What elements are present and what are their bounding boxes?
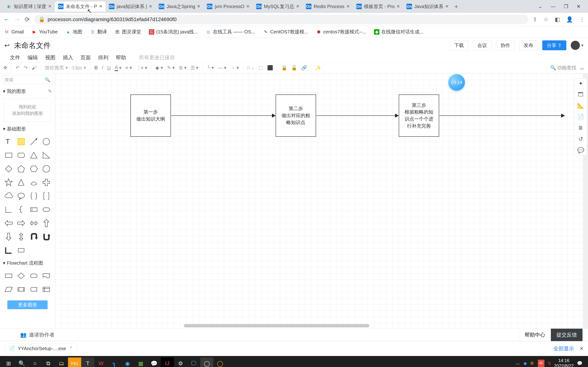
fc-document[interactable] — [41, 270, 51, 281]
underline-icon[interactable]: U — [107, 65, 111, 71]
to-back-icon[interactable]: ⬛ — [267, 65, 273, 71]
menu-edit[interactable]: 编辑 — [27, 54, 38, 61]
excel-icon[interactable]: ▦ — [134, 358, 147, 367]
node-step3[interactable]: 第三步 根据粗略的知 识点一个个进 行补充完善 — [399, 94, 439, 137]
horizontal-scrollbar-thumb[interactable] — [184, 324, 369, 327]
unlock-icon[interactable]: 🔓 — [291, 65, 297, 71]
window-minimize-icon[interactable]: ― — [551, 4, 555, 9]
sogou-icon[interactable]: S — [548, 361, 551, 366]
section-basic-shapes[interactable]: ▾基础图形 — [0, 124, 55, 134]
shape-text[interactable]: T — [4, 136, 14, 147]
align-objects-icon[interactable]: ⎍ ▾ — [247, 65, 254, 71]
close-download-shelf-icon[interactable]: ✕ — [579, 346, 584, 351]
shape-arrow-updown[interactable] — [16, 231, 26, 242]
show-all-downloads[interactable]: 全部显示 — [553, 345, 574, 352]
fc-terminator[interactable] — [29, 270, 39, 281]
bookmark-tuling[interactable]: 图图灵课堂 — [115, 29, 141, 35]
font-select[interactable]: 微软雅黑 ▾ — [45, 65, 68, 71]
undo-icon[interactable]: ↶ — [16, 65, 20, 71]
shape-uturn-down[interactable] — [41, 231, 51, 242]
shape-container[interactable] — [29, 204, 39, 215]
shape-diamond[interactable] — [4, 163, 14, 174]
fc-predefined[interactable] — [16, 284, 26, 295]
tab-close-icon[interactable]: ✕ — [397, 4, 400, 9]
shape-frame[interactable] — [16, 245, 26, 256]
bookmark-star-icon[interactable]: ☆ — [544, 16, 548, 23]
connector-type-icon[interactable]: └ ▾ — [207, 65, 214, 71]
app-hu-icon[interactable]: Hu — [68, 358, 81, 367]
download-menu-icon[interactable]: ⌃ — [69, 346, 73, 351]
task-view-icon[interactable]: ⧉ — [42, 358, 55, 367]
font-color-icon[interactable]: A ▾ — [115, 65, 121, 71]
shape-pentagon[interactable] — [16, 163, 26, 174]
todesk-icon[interactable]: ┓ — [108, 358, 121, 367]
menu-help[interactable]: 帮助 — [116, 54, 126, 61]
shape-uturn-up[interactable] — [29, 231, 39, 242]
metrics-panel-icon[interactable]: 📐 — [577, 102, 584, 109]
shape-rect[interactable] — [4, 150, 14, 161]
fc-stored[interactable] — [29, 284, 39, 295]
qq-browser-icon[interactable]: ◉ — [121, 358, 134, 367]
share-page-icon[interactable]: ⇪ — [533, 16, 537, 23]
taskbar-clock[interactable]: 14:16 2022/8/22 — [554, 358, 574, 367]
connector-line-icon[interactable]: — ▾ — [218, 65, 226, 71]
shape-arrow-up[interactable] — [41, 218, 51, 229]
tab-close-icon[interactable]: ✕ — [296, 4, 299, 9]
fc-internal[interactable] — [41, 284, 51, 295]
arrow-2-3[interactable] — [316, 116, 398, 116]
tab-close-icon[interactable]: ✕ — [445, 4, 449, 9]
shape-capsule[interactable] — [41, 204, 51, 215]
tab-3[interactable]: OnJava之Spring✕ — [156, 1, 204, 12]
pointer-tool-icon[interactable]: ✥ — [3, 65, 7, 71]
to-front-icon[interactable]: ⬚ — [259, 65, 263, 71]
connector-arrow-icon[interactable]: → ▾ — [230, 65, 239, 71]
window-maximize-icon[interactable]: ❐ — [564, 4, 568, 9]
bookmark-maps[interactable]: ▲地图 — [65, 29, 82, 35]
page-panel-icon[interactable]: 📄 — [577, 114, 584, 120]
shape-right-triangle[interactable] — [41, 150, 51, 161]
shape-roundrect[interactable] — [16, 150, 26, 161]
section-flowchart[interactable]: ▾Flowchart 流程图 — [0, 258, 55, 268]
publish-button[interactable]: 发布 — [519, 40, 538, 50]
line-style-icon[interactable]: ≣ ▾ — [179, 65, 187, 71]
shape-corner-arrow[interactable] — [4, 245, 14, 256]
bookmark-wechat[interactable]: ◆在线微信对话生成... — [374, 29, 424, 35]
style-panel-icon[interactable]: 🗔 — [578, 91, 583, 98]
fc-process[interactable] — [4, 270, 14, 281]
menu-insert[interactable]: 插入 — [63, 54, 73, 61]
shape-arrow-right[interactable] — [16, 218, 26, 229]
app-back-icon[interactable]: ↩ — [4, 42, 9, 49]
shape-hexagon[interactable] — [29, 163, 39, 174]
shape-arrow-left[interactable] — [4, 218, 14, 229]
window-close-icon[interactable]: ✕ — [577, 4, 581, 9]
tab-8[interactable]: OnJava知识体系✕ — [403, 1, 452, 12]
tab-7[interactable]: On模板首页 - Pro✕ — [353, 1, 403, 12]
shape-sector[interactable] — [29, 177, 39, 188]
tray-security-icon[interactable]: ◆ — [524, 361, 527, 366]
cortana-icon[interactable]: ○ — [28, 358, 42, 367]
shape-circle[interactable] — [41, 136, 51, 147]
link-icon[interactable]: 🔗 — [301, 65, 307, 71]
feedback-button[interactable]: 提交反馈 — [551, 329, 582, 341]
settings-icon[interactable]: ⚙ — [174, 358, 187, 367]
user-avatar[interactable]: ▾ — [571, 41, 584, 50]
shape-line[interactable] — [29, 136, 39, 147]
find-feature[interactable]: 🔍 功能查找 — [550, 65, 576, 71]
tray-chevron-icon[interactable]: ︿ — [516, 360, 520, 366]
shape-star[interactable] — [4, 177, 14, 188]
menu-file[interactable]: 文件 — [10, 54, 20, 61]
outline-panel-icon[interactable]: 🗎 — [578, 125, 583, 131]
navigator-icon[interactable]: ✦ — [579, 80, 583, 87]
tab-4[interactable]: Onjvm ProcessO✕ — [204, 1, 253, 12]
nav-forward-icon[interactable]: → — [14, 16, 20, 23]
nav-reload-icon[interactable]: ⟳ — [25, 16, 30, 23]
wps-icon[interactable]: W — [95, 358, 108, 367]
bookmark-ostools[interactable]: ◎在线工具 —— OS... — [206, 29, 255, 35]
download-item[interactable]: 📄 YYAnchorSetup-....exe ⌃ — [4, 343, 78, 354]
wechat-icon[interactable]: 💬 — [147, 358, 161, 367]
invite-collaborators[interactable]: 👥 邀请协作者 — [20, 331, 55, 338]
fc-data[interactable] — [4, 284, 14, 295]
tab-1[interactable]: On未命名文件 - P✕ — [55, 1, 105, 12]
font-size-select[interactable]: 13px ▾ — [72, 65, 86, 71]
collab-button[interactable]: 协作 — [496, 40, 515, 50]
